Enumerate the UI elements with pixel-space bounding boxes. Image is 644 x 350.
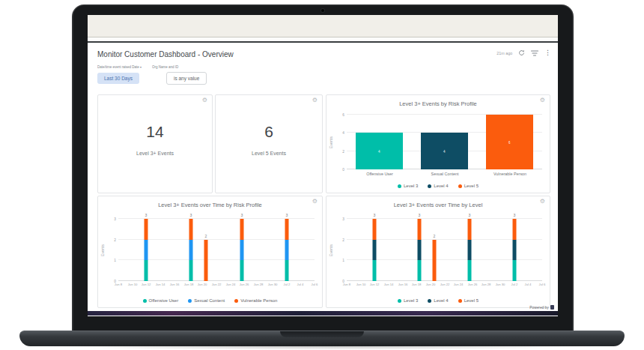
caret-icon: ▾ bbox=[140, 65, 142, 69]
legend-item-level-5[interactable]: Level 5 bbox=[458, 184, 479, 188]
chart-legend: Level 3Level 4Level 5 bbox=[326, 184, 550, 188]
bar-vulnerable-person[interactable]: 6 bbox=[486, 115, 533, 169]
legend-dot bbox=[398, 184, 401, 188]
legend-item-level-4[interactable]: Level 4 bbox=[428, 298, 448, 303]
kpi-label: Level 5 Events bbox=[216, 151, 322, 156]
legend-item-level-4[interactable]: Level 4 bbox=[428, 184, 448, 188]
more-menu-icon[interactable]: ⋮ bbox=[544, 49, 551, 56]
legend-item-level-3[interactable]: Level 3 bbox=[398, 298, 418, 303]
stack-segment-sexual-content[interactable] bbox=[240, 240, 244, 261]
x-tick-label: Jun 22 bbox=[440, 283, 449, 286]
x-tick-label: Jun 14 bbox=[156, 283, 165, 286]
y-axis-label: Events bbox=[329, 136, 333, 148]
stack-segment-level-3[interactable] bbox=[418, 260, 422, 281]
legend-dot bbox=[458, 299, 462, 303]
bar-value-label: 4 bbox=[362, 149, 397, 153]
stack-segment-offensive-user[interactable] bbox=[189, 260, 193, 281]
laptop-shadow bbox=[41, 343, 603, 350]
bar-total-label: 3 bbox=[419, 213, 421, 217]
chart-x-axis: Jun 8Jun 10Jun 12Jun 14Jun 16Jun 18Jun 2… bbox=[118, 282, 315, 289]
legend-label: Level 4 bbox=[434, 298, 448, 303]
gear-icon[interactable]: ⚙ bbox=[540, 97, 545, 103]
x-tick-label: Jun 16 bbox=[398, 283, 407, 286]
bar-total-label: 3 bbox=[190, 213, 192, 217]
y-tick-label: 2 bbox=[109, 238, 116, 241]
stack-segment-vulnerable-person[interactable] bbox=[204, 240, 208, 281]
x-tick-label: Jun 10 bbox=[127, 283, 137, 286]
stack-segment-sexual-content[interactable] bbox=[189, 240, 193, 261]
stack-segment-level-4[interactable] bbox=[468, 240, 472, 261]
chart-title: Level 3+ Events by Risk Profile bbox=[326, 100, 550, 107]
filter-icon[interactable] bbox=[531, 50, 538, 56]
gear-icon[interactable]: ⚙ bbox=[312, 199, 318, 205]
x-tick-label: Jul 2 bbox=[511, 283, 517, 286]
gear-icon[interactable]: ⚙ bbox=[202, 97, 207, 103]
stack-segment-vulnerable-person[interactable] bbox=[189, 219, 193, 240]
stack-segment-sexual-content[interactable] bbox=[285, 240, 289, 261]
y-tick-label: 0 bbox=[109, 280, 116, 283]
stack-segment-level-4[interactable] bbox=[372, 240, 376, 261]
powered-by-label: Powered by bbox=[530, 306, 549, 310]
stack-segment-offensive-user[interactable] bbox=[285, 260, 289, 281]
x-tick-label: Jul 6 bbox=[539, 283, 546, 286]
stack-segment-sexual-content[interactable] bbox=[144, 240, 148, 261]
stack-segment-offensive-user[interactable] bbox=[144, 260, 148, 281]
x-tick-label: Jun 26 bbox=[467, 283, 477, 286]
stack-segment-level-3[interactable] bbox=[372, 260, 376, 281]
bar-offensive-user[interactable]: 4 bbox=[356, 133, 403, 169]
legend-dot bbox=[428, 299, 431, 303]
y-tick-label: 3 bbox=[338, 217, 344, 221]
stack-segment-level-4[interactable] bbox=[513, 240, 517, 261]
filter-chip-is-any-value[interactable]: is any value bbox=[166, 72, 207, 85]
powered-by: Powered by bbox=[525, 305, 553, 310]
bar-total-label: 3 bbox=[514, 213, 516, 217]
chart-title: Level 3+ Events over Time by Level bbox=[326, 202, 550, 208]
legend-dot bbox=[428, 184, 431, 188]
looker-logo-icon bbox=[550, 305, 554, 310]
gear-icon[interactable]: ⚙ bbox=[312, 97, 318, 103]
stack-segment-offensive-user[interactable] bbox=[240, 260, 244, 281]
legend-item-vulnerable-person[interactable]: Vulnerable Person bbox=[234, 298, 277, 303]
laptop-hinge-notch bbox=[280, 331, 364, 337]
refresh-icon[interactable] bbox=[518, 49, 525, 56]
legend-label: Level 5 bbox=[464, 298, 479, 303]
stack-segment-vulnerable-person[interactable] bbox=[144, 219, 148, 240]
category-label-sexual-content: Sexual Content bbox=[431, 172, 458, 175]
stack-segment-level-5[interactable] bbox=[513, 219, 517, 240]
x-tick-label: Jul 4 bbox=[525, 283, 532, 286]
legend-item-level-3[interactable]: Level 3 bbox=[398, 184, 418, 188]
y-tick-label: 1 bbox=[109, 259, 116, 262]
stack-segment-level-5[interactable] bbox=[432, 240, 436, 281]
legend-item-offensive-user[interactable]: Offensive User bbox=[143, 298, 179, 303]
stack-segment-level-5[interactable] bbox=[468, 219, 472, 240]
stack-segment-level-5[interactable] bbox=[372, 219, 376, 240]
legend-item-sexual-content[interactable]: Sexual Content bbox=[188, 298, 225, 303]
browser-topbar bbox=[88, 15, 558, 37]
x-tick-label: Jun 12 bbox=[370, 283, 380, 286]
x-tick-label: Jun 24 bbox=[454, 283, 464, 286]
legend-label: Offensive User bbox=[149, 298, 179, 303]
kpi-value: 6 bbox=[216, 123, 322, 141]
x-tick-label: Jun 30 bbox=[268, 283, 278, 286]
gear-icon[interactable]: ⚙ bbox=[540, 199, 545, 205]
kpi-value: 14 bbox=[98, 123, 212, 141]
x-tick-label: Jul 4 bbox=[297, 283, 304, 286]
dashboard: Monitor Customer Dashboard - Overview 21… bbox=[88, 43, 558, 316]
legend-label: Level 4 bbox=[434, 184, 448, 188]
x-tick-label: Jul 6 bbox=[312, 283, 318, 286]
x-tick-label: Jun 12 bbox=[142, 283, 151, 286]
stack-segment-level-4[interactable] bbox=[418, 240, 422, 261]
stack-segment-vulnerable-person[interactable] bbox=[285, 219, 289, 240]
stack-segment-level-5[interactable] bbox=[418, 219, 422, 240]
stack-segment-vulnerable-person[interactable] bbox=[240, 219, 244, 240]
stack-segment-level-3[interactable] bbox=[513, 260, 517, 281]
filter-org-name: Org Name and ID is any value bbox=[152, 65, 207, 85]
legend-item-level-5[interactable]: Level 5 bbox=[458, 298, 479, 303]
dashboard-controls: 21m ago ⋮ bbox=[495, 49, 551, 56]
filter-chip-last-30-days[interactable]: Last 30 Days bbox=[97, 73, 139, 84]
bar-sexual-content[interactable]: 4 bbox=[421, 133, 468, 169]
laptop-screen-bezel: Monitor Customer Dashboard - Overview 21… bbox=[72, 4, 574, 332]
stack-segment-level-3[interactable] bbox=[468, 260, 472, 281]
y-tick-label: 2 bbox=[338, 238, 344, 241]
page-title: Monitor Customer Dashboard - Overview bbox=[97, 50, 234, 58]
